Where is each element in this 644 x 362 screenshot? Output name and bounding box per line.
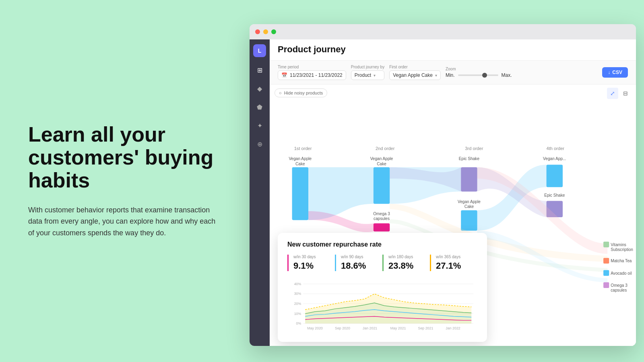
zoom-thumb[interactable] — [482, 73, 487, 78]
time-period-value: 11/23/2021 - 11/23/2022 — [290, 72, 343, 78]
label-omega: Omega 3 — [611, 283, 627, 288]
chart-svg: 40% 30% 20% 10% 0% May 2020 Sep 2020 Jan… — [287, 278, 477, 334]
zoom-slider[interactable] — [458, 74, 498, 76]
x-label-jan21: Jan 2021 — [363, 326, 377, 330]
zoom-max: Max. — [502, 72, 512, 78]
order-1-header: 1st order — [294, 146, 312, 151]
journey-by-label: Product journey by — [351, 65, 384, 69]
calendar-icon: 📅 — [281, 72, 287, 78]
journey-by-group: Product journey by Product ▾ — [351, 65, 384, 80]
journey-by-select[interactable]: Product ▾ — [351, 70, 384, 80]
y-label-10: 10% — [294, 312, 301, 316]
app-window: L ⊞ ◆ ⬟ ✦ ⊕ Product journey Time period … — [250, 24, 636, 346]
metric-365-days: w/in 365 days 27.1% — [430, 255, 477, 271]
bar-3-epic-label: Epic Shake — [459, 157, 480, 161]
zoom-control[interactable]: Min. Max. — [446, 72, 512, 78]
metrics-row: w/in 30 days 9.1% w/in 90 days 18.6% w/i… — [287, 255, 477, 271]
bar-4-vegan-label: Vegan App... — [543, 157, 566, 161]
metric-30-value: 9.1% — [293, 261, 335, 271]
bar-3-vegan-apple — [461, 210, 477, 231]
bar-1-vegan-apple-cake — [292, 167, 308, 220]
zoom-group: Zoom Min. Max. — [446, 67, 512, 78]
y-label-40: 40% — [294, 282, 301, 286]
y-label-20: 20% — [294, 302, 301, 306]
zoom-label: Zoom — [446, 67, 512, 71]
first-order-value: Vegan Apple Cake — [393, 72, 433, 78]
close-button[interactable] — [255, 29, 260, 34]
bar-2-omega-label: Omega 3 — [373, 212, 390, 216]
metric-30-label: w/in 30 days — [293, 255, 335, 259]
x-label-jan22: Jan 2022 — [446, 326, 460, 330]
filter-bar: Time period 📅 11/23/2021 - 11/23/2022 Pr… — [270, 61, 636, 84]
x-label-sep20: Sep 2020 — [335, 326, 350, 330]
metric-180-value: 23.8% — [388, 261, 430, 271]
zoom-min: Min. — [446, 72, 455, 78]
sidebar-icon-target[interactable]: ⊕ — [254, 138, 265, 150]
y-label-30: 30% — [294, 292, 301, 296]
x-label-may21: May 2021 — [390, 326, 406, 330]
csv-button[interactable]: ↓ CSV — [602, 67, 628, 78]
metric-365-label: w/in 365 days — [436, 255, 477, 259]
sidebar-icon-shape[interactable]: ⬟ — [254, 101, 265, 113]
popup-card: New customer repurchase rate w/in 30 day… — [278, 233, 487, 342]
label-vitamins-rect — [603, 242, 609, 247]
first-order-select[interactable]: Vegan Apple Cake ▾ — [389, 70, 441, 80]
download-icon: ↓ — [608, 70, 610, 75]
metric-30-days: w/in 30 days 9.1% — [287, 255, 335, 271]
metric-90-value: 18.6% — [341, 261, 382, 271]
metric-180-days: w/in 180 days 23.8% — [382, 255, 430, 271]
order-2-header: 2nd order — [376, 146, 395, 151]
bar-2-omega — [374, 223, 390, 231]
headline: Learn all your customers' buying habits — [28, 123, 221, 192]
metric-180-label: w/in 180 days — [388, 255, 430, 259]
bar-4-vegan — [547, 165, 563, 187]
bar-2-vegan-apple-cake — [374, 167, 390, 204]
bar-4-epic-label: Epic Shake — [544, 193, 565, 198]
main-content: Product journey Time period 📅 11/23/2021… — [270, 39, 636, 346]
left-panel: Learn all your customers' buying habits … — [0, 99, 250, 263]
label-omega-rect — [603, 282, 609, 288]
sidebar-icon-star[interactable]: ✦ — [254, 120, 265, 131]
time-period-label: Time period — [278, 65, 346, 69]
title-bar — [250, 24, 636, 39]
bar-3-vegan-label-2: Cake — [464, 204, 474, 209]
label-vitamins: Vitamins — [611, 243, 626, 247]
label-matcha-rect — [603, 258, 609, 263]
sidebar-icon-diamond[interactable]: ◆ — [254, 83, 265, 94]
first-order-label: First order — [389, 65, 441, 69]
bar-2-label: Vegan Apple — [370, 157, 393, 161]
x-label-may20: May 2020 — [307, 326, 323, 330]
order-4-header: 4th order — [547, 146, 565, 151]
x-label-sep21: Sep 2021 — [418, 326, 433, 330]
chevron-down-icon-2: ▾ — [435, 73, 437, 78]
metric-90-days: w/in 90 days 18.6% — [335, 255, 382, 271]
bar-1-label-2: Cake — [295, 162, 305, 166]
label-avocado: Avocado oil — [611, 271, 632, 276]
chart-area: ○ Hide noisy products ⤢ ⊟ 1st order 2nd … — [270, 84, 636, 346]
repurchase-chart: 40% 30% 20% 10% 0% May 2020 Sep 2020 Jan… — [287, 278, 477, 334]
minimize-button[interactable] — [263, 29, 268, 34]
chevron-down-icon: ▾ — [374, 73, 376, 78]
bar-3-vegan-label: Vegan Apple — [458, 200, 481, 204]
sidebar: L ⊞ ◆ ⬟ ✦ ⊕ — [250, 39, 270, 346]
flow-2-pink — [308, 211, 374, 232]
popup-title: New customer repurchase rate — [287, 241, 477, 248]
bar-2-label-2: Cake — [377, 162, 386, 166]
subtext: With customer behavior reports that exam… — [28, 204, 221, 239]
label-matcha: Matcha Tea — [611, 259, 632, 263]
label-omega-2: capsules — [611, 288, 627, 292]
y-label-0: 0% — [296, 321, 301, 325]
sidebar-icon-grid[interactable]: ⊞ — [254, 64, 265, 76]
avatar[interactable]: L — [253, 44, 266, 57]
bar-3-epic-shake — [461, 167, 477, 192]
order-3-header: 3rd order — [465, 146, 483, 151]
label-vitamins-2: Subscription — [611, 247, 633, 252]
maximize-button[interactable] — [271, 29, 276, 34]
time-period-input[interactable]: 📅 11/23/2021 - 11/23/2022 — [278, 70, 346, 80]
bar-2-omega-label-2: capsules — [374, 216, 390, 221]
metric-365-value: 27.1% — [436, 261, 477, 271]
first-order-group: First order Vegan Apple Cake ▾ — [389, 65, 441, 80]
app-header: Product journey — [270, 39, 636, 61]
app-title: Product journey — [278, 44, 628, 55]
time-period-group: Time period 📅 11/23/2021 - 11/23/2022 — [278, 65, 346, 80]
